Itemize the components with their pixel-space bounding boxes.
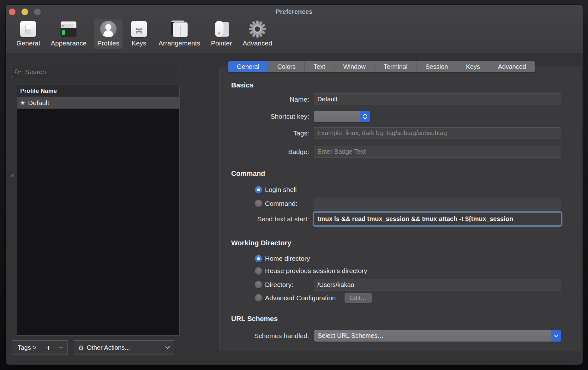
login-shell-row: Login shell <box>231 185 561 194</box>
window-chrome: Preferences General × Appearance <box>6 5 583 53</box>
badge-input[interactable] <box>314 146 561 158</box>
home-directory-radio[interactable] <box>255 255 262 262</box>
command-input[interactable] <box>314 198 561 209</box>
name-label: Name: <box>231 96 309 103</box>
tab-advanced[interactable]: Advanced <box>489 61 535 72</box>
send-text-input[interactable] <box>314 212 561 225</box>
chevron-down-icon <box>551 330 561 342</box>
light-switch-icon <box>19 20 37 38</box>
shortcut-key-popup[interactable] <box>314 111 370 122</box>
working-directory-heading: Working Directory <box>231 239 291 247</box>
advanced-configuration-row: Advanced Configuration Edit… <box>231 292 561 304</box>
toolbar-item-profiles[interactable]: Profiles <box>94 19 123 49</box>
url-schemes-popup[interactable]: Select URL Schemes… <box>314 330 561 342</box>
profile-row-default[interactable]: ★ Default <box>17 97 179 109</box>
home-directory-row: Home directory <box>231 254 561 263</box>
directory-radio[interactable] <box>255 281 262 288</box>
tab-general[interactable]: General <box>228 61 268 72</box>
pane-splitter-handle[interactable] <box>11 174 14 177</box>
add-profile-button[interactable]: + <box>42 340 55 355</box>
tags-label: Tags: <box>231 129 309 137</box>
toolbar-item-advanced[interactable]: Advanced <box>239 19 275 49</box>
schemes-handled-label: Schemes handled: <box>231 332 309 340</box>
tags-input[interactable] <box>314 127 561 139</box>
profile-name-input[interactable] <box>314 93 561 105</box>
command-key-icon: ⌘ <box>130 20 148 38</box>
shortcut-key-label: Shortcut key: <box>231 113 309 120</box>
stepper-arrows-icon <box>360 111 370 122</box>
profile-search-field[interactable] <box>11 66 179 78</box>
star-icon: ★ <box>20 99 25 106</box>
appearance-window-icon: × <box>60 20 77 38</box>
user-avatar-icon <box>99 20 117 38</box>
tab-colors[interactable]: Colors <box>268 61 304 72</box>
toolbar-item-pointer[interactable]: Pointer <box>208 19 235 49</box>
other-actions-button[interactable]: ⚙ Other Actions... <box>74 340 174 355</box>
tags-row: Tags: <box>231 127 561 139</box>
profile-list: Profile Name ★ Default <box>17 85 180 336</box>
edit-button[interactable]: Edit… <box>345 293 372 303</box>
send-text-row: Send text at start: <box>231 212 561 225</box>
tab-text[interactable]: Text <box>304 61 334 72</box>
tab-terminal[interactable]: Terminal <box>375 61 417 72</box>
preferences-toolbar: General × Appearance <box>13 19 275 49</box>
screenshot-root: { "window": { "title": "Preferences" }, … <box>0 0 588 370</box>
search-icon <box>15 69 22 75</box>
basics-heading: Basics <box>231 81 254 89</box>
window-title: Preferences <box>6 8 583 15</box>
reuse-directory-radio[interactable] <box>255 267 262 275</box>
name-row: Name: <box>231 93 561 105</box>
directory-row: Directory: <box>231 279 561 290</box>
gear-icon <box>249 20 266 38</box>
shortcut-key-row: Shortcut key: <box>231 111 561 122</box>
toolbar-item-arrangements[interactable]: Arrangements <box>155 19 203 49</box>
preferences-window: Preferences General × Appearance <box>6 5 583 365</box>
command-heading: Command <box>231 170 265 178</box>
toolbar-item-keys[interactable]: ⌘ Keys <box>127 19 151 49</box>
toolbar-item-appearance[interactable]: × Appearance <box>48 19 90 49</box>
profile-tabbar: General Colors Text Window Terminal Sess… <box>228 61 535 72</box>
directory-input[interactable] <box>314 279 561 290</box>
advanced-configuration-radio[interactable] <box>255 294 262 301</box>
command-row: Command: <box>231 198 561 209</box>
send-text-label: Send text at start: <box>231 215 309 223</box>
tags-button[interactable]: Tags > <box>12 340 42 355</box>
windows-stack-icon <box>171 20 188 38</box>
toolbar-item-general[interactable]: General <box>13 19 43 49</box>
profile-settings-panel: Basics Name: Shortcut key: Tags: Badge: … <box>219 67 580 351</box>
gear-icon: ⚙ <box>78 344 84 351</box>
tab-session[interactable]: Session <box>416 61 457 72</box>
login-shell-radio[interactable] <box>255 186 262 194</box>
reuse-directory-row: Reuse previous session's directory <box>231 266 561 276</box>
badge-label: Badge: <box>231 148 309 156</box>
url-schemes-heading: URL Schemes <box>231 315 278 323</box>
badge-row: Badge: <box>231 146 561 158</box>
profile-list-header: Profile Name <box>17 85 179 97</box>
tab-window[interactable]: Window <box>334 61 375 72</box>
command-radio[interactable] <box>255 200 262 207</box>
search-input[interactable] <box>25 68 176 76</box>
schemes-handled-row: Schemes handled: Select URL Schemes… <box>231 330 561 342</box>
tab-keys[interactable]: Keys <box>457 61 489 72</box>
chevron-down-icon <box>165 346 170 349</box>
remove-profile-button[interactable]: − <box>55 340 68 355</box>
mouse-icon <box>213 20 230 38</box>
